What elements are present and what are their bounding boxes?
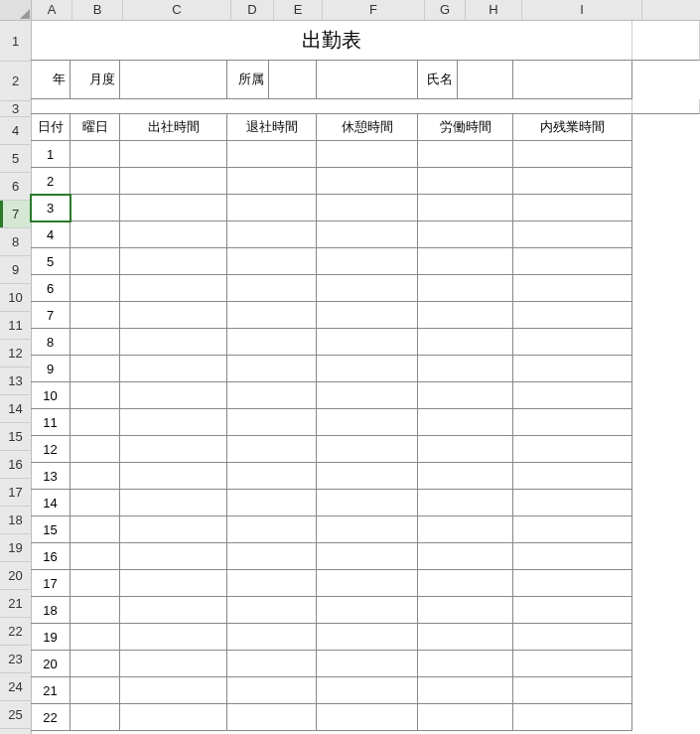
spacer[interactable] xyxy=(632,99,700,114)
cell-date[interactable]: 14 xyxy=(31,490,70,516)
cell-start[interactable] xyxy=(120,677,227,704)
cell-overtime[interactable] xyxy=(513,543,632,570)
cell-work[interactable] xyxy=(418,624,513,651)
cell-break[interactable] xyxy=(317,248,418,275)
cell-date[interactable]: 5 xyxy=(31,248,70,275)
cell-start[interactable] xyxy=(120,543,227,570)
cell-date[interactable]: 11 xyxy=(31,409,70,436)
cell-overtime[interactable] xyxy=(513,597,632,624)
cell-date[interactable]: 12 xyxy=(31,436,70,463)
cell[interactable] xyxy=(632,21,700,61)
cell-work[interactable] xyxy=(418,356,513,382)
row-header[interactable]: 22 xyxy=(0,618,32,646)
cell-start[interactable] xyxy=(120,195,227,221)
cell-start[interactable] xyxy=(120,141,227,168)
cell-start[interactable] xyxy=(120,329,227,356)
cell-overtime[interactable] xyxy=(513,490,632,516)
hdr-break[interactable]: 休憩時間 xyxy=(317,114,418,141)
cell-weekday[interactable] xyxy=(70,463,120,490)
cell-end[interactable] xyxy=(227,463,317,490)
cell-start[interactable] xyxy=(120,704,227,731)
hdr-date[interactable]: 日付 xyxy=(31,114,70,141)
cell-end[interactable] xyxy=(227,356,317,382)
col-header-D[interactable]: D xyxy=(231,0,274,20)
cell-overtime[interactable] xyxy=(513,436,632,463)
dept-value[interactable] xyxy=(269,61,317,99)
cell-end[interactable] xyxy=(227,409,317,436)
hdr-overtime[interactable]: 内残業時間 xyxy=(513,114,632,141)
sheet-title[interactable]: 出勤表 xyxy=(31,21,632,61)
cell-weekday[interactable] xyxy=(70,141,120,168)
name-value2[interactable] xyxy=(513,61,632,99)
cell-date[interactable]: 18 xyxy=(31,597,70,624)
row-header[interactable]: 12 xyxy=(0,340,32,367)
cell-overtime[interactable] xyxy=(513,221,632,248)
cell-overtime[interactable] xyxy=(513,356,632,382)
row-header-selected[interactable]: 7 xyxy=(0,201,32,228)
cell-end[interactable] xyxy=(227,221,317,248)
year-label[interactable]: 年 xyxy=(31,61,70,99)
cell-start[interactable] xyxy=(120,570,227,597)
cell-break[interactable] xyxy=(317,436,418,463)
cell-end[interactable] xyxy=(227,248,317,275)
cell-weekday[interactable] xyxy=(70,570,120,597)
row-header[interactable]: 19 xyxy=(0,534,32,562)
cell-work[interactable] xyxy=(418,490,513,516)
cell-date[interactable]: 8 xyxy=(31,329,70,356)
cell-weekday[interactable] xyxy=(70,677,120,704)
cell-work[interactable] xyxy=(418,409,513,436)
col-header-H[interactable]: H xyxy=(466,0,522,20)
col-header-I[interactable]: I xyxy=(522,0,642,20)
col-header-G[interactable]: G xyxy=(425,0,466,20)
cell-weekday[interactable] xyxy=(70,356,120,382)
cell-start[interactable] xyxy=(120,436,227,463)
cell-start[interactable] xyxy=(120,597,227,624)
cell-break[interactable] xyxy=(317,516,418,543)
cell-break[interactable] xyxy=(317,490,418,516)
cell-break[interactable] xyxy=(317,624,418,651)
cell-break[interactable] xyxy=(317,597,418,624)
cell-weekday[interactable] xyxy=(70,624,120,651)
col-header-B[interactable]: B xyxy=(72,0,123,20)
row-header[interactable]: 2 xyxy=(0,62,32,101)
cell-weekday[interactable] xyxy=(70,248,120,275)
cell-date[interactable]: 16 xyxy=(31,543,70,570)
cell-weekday[interactable] xyxy=(70,516,120,543)
cell-weekday[interactable] xyxy=(70,329,120,356)
cell-break[interactable] xyxy=(317,168,418,195)
cell-overtime[interactable] xyxy=(513,463,632,490)
cell-weekday[interactable] xyxy=(70,275,120,302)
cell-overtime[interactable] xyxy=(513,168,632,195)
row-header[interactable]: 5 xyxy=(0,145,32,173)
cell-work[interactable] xyxy=(418,463,513,490)
cell-overtime[interactable] xyxy=(513,651,632,677)
cell-break[interactable] xyxy=(317,141,418,168)
cell-weekday[interactable] xyxy=(70,490,120,516)
cell-start[interactable] xyxy=(120,356,227,382)
name-label[interactable]: 氏名 xyxy=(418,61,458,99)
cell-overtime[interactable] xyxy=(513,248,632,275)
cell-weekday[interactable] xyxy=(70,651,120,677)
cell-start[interactable] xyxy=(120,624,227,651)
cell-end[interactable] xyxy=(227,168,317,195)
row-header[interactable]: 16 xyxy=(0,451,32,479)
cell-weekday[interactable] xyxy=(70,543,120,570)
cell-end[interactable] xyxy=(227,490,317,516)
name-value[interactable] xyxy=(458,61,513,99)
cell-end[interactable] xyxy=(227,704,317,731)
cell-start[interactable] xyxy=(120,168,227,195)
cell-date[interactable]: 1 xyxy=(31,141,70,168)
row-header[interactable]: 8 xyxy=(0,228,32,256)
cell-break[interactable] xyxy=(317,195,418,221)
cells-area[interactable]: 出勤表 年 月度 所属 氏名 日付 xyxy=(31,21,700,734)
cell-break[interactable] xyxy=(317,382,418,409)
hdr-start[interactable]: 出社時間 xyxy=(120,114,227,141)
cell-break[interactable] xyxy=(317,409,418,436)
hdr-weekday[interactable]: 曜日 xyxy=(70,114,120,141)
cell-end[interactable] xyxy=(227,570,317,597)
cell-end[interactable] xyxy=(227,651,317,677)
row-header[interactable]: 14 xyxy=(0,395,32,423)
cell-overtime[interactable] xyxy=(513,275,632,302)
cell-start[interactable] xyxy=(120,463,227,490)
cell-weekday[interactable] xyxy=(70,409,120,436)
